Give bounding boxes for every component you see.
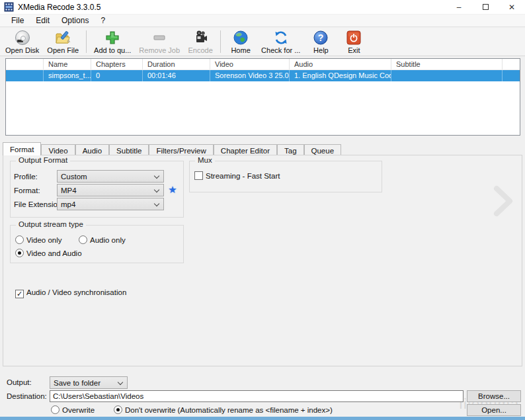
table-row[interactable]: simpsons_t... 0 00:01:46 Sorenson Video … xyxy=(6,70,520,81)
minimize-button[interactable]: – xyxy=(446,0,472,14)
cell-icon xyxy=(6,70,44,81)
app-icon xyxy=(4,2,14,12)
tab-filters-preview[interactable]: Filters/Preview xyxy=(149,144,213,155)
chevron-down-icon xyxy=(154,187,159,192)
menu-bar: File Edit Options ? xyxy=(0,15,525,27)
open-file-button[interactable]: Open File xyxy=(43,28,83,56)
column-header-audio[interactable]: Audio xyxy=(290,59,391,69)
av-sync-checkbox[interactable]: ✓Audio / Video synchronisation xyxy=(15,288,126,298)
cell-subtitle xyxy=(391,70,503,81)
tab-subtitle[interactable]: Subtitle xyxy=(109,144,149,155)
open-disk-button[interactable]: Open Disk xyxy=(1,28,43,56)
chevron-down-icon xyxy=(154,173,159,179)
radio-selected-icon xyxy=(114,405,122,414)
job-list-header: Name Chapters Duration Video Audio Subti… xyxy=(6,59,520,70)
column-header-icon[interactable] xyxy=(6,59,44,69)
format-select[interactable]: MP4 xyxy=(57,184,164,196)
toolbar-separator xyxy=(86,30,87,53)
window-bottom-accent xyxy=(0,417,525,420)
exit-button[interactable]: Exit xyxy=(337,28,370,56)
output-stream-type-legend: Output stream type xyxy=(16,220,86,228)
cell-audio: 1. English QDesign Music Codec 2 12... xyxy=(290,70,391,81)
tab-chapter-editor[interactable]: Chapter Editor xyxy=(214,144,277,155)
audio-only-radio[interactable]: Audio only xyxy=(79,235,126,244)
tab-format[interactable]: Format xyxy=(3,142,41,155)
overwrite-radio[interactable]: Overwrite xyxy=(51,405,95,414)
toolbar: Open Disk Open File Add to qu... xyxy=(0,28,525,56)
globe-icon xyxy=(232,29,249,46)
destination-input[interactable] xyxy=(50,390,464,402)
video-and-audio-radio[interactable]: Video and Audio xyxy=(15,249,82,257)
profile-select[interactable]: Custom xyxy=(57,170,164,183)
open-button[interactable]: Open... xyxy=(467,404,521,416)
column-header-chapters[interactable]: Chapters xyxy=(91,59,143,69)
toolbar-separator xyxy=(220,30,221,53)
output-mode-select[interactable]: Save to folder xyxy=(50,376,128,389)
column-header-video[interactable]: Video xyxy=(210,59,290,69)
open-folder-icon xyxy=(54,29,71,46)
disc-icon xyxy=(14,29,31,46)
output-stream-type-group: Output stream type xyxy=(10,225,184,263)
cell-chapters: 0 xyxy=(91,70,143,81)
column-header-subtitle[interactable]: Subtitle xyxy=(391,59,503,69)
close-icon: ✕ xyxy=(508,3,515,12)
tab-video[interactable]: Video xyxy=(41,144,75,155)
profile-label: Profile: xyxy=(14,173,38,181)
destination-label: Destination: xyxy=(7,392,47,400)
format-tab-page: Output Format Profile: Custom Format: MP… xyxy=(3,155,522,366)
radio-icon xyxy=(15,235,24,244)
output-format-legend: Output Format xyxy=(16,156,70,164)
add-to-queue-button[interactable]: Add to qu... xyxy=(90,28,135,56)
radio-selected-icon xyxy=(15,249,24,257)
check-for-updates-button[interactable]: Check for ... xyxy=(257,28,304,56)
movie-camera-icon xyxy=(192,29,209,46)
maximize-icon xyxy=(483,4,489,10)
column-header-name[interactable]: Name xyxy=(44,59,91,69)
checkbox-checked-icon: ✓ xyxy=(15,290,24,298)
cell-name: simpsons_t... xyxy=(44,70,91,81)
window-title: XMedia Recode 3.3.0.5 xyxy=(18,3,101,12)
home-button[interactable]: Home xyxy=(224,28,257,56)
menu-edit[interactable]: Edit xyxy=(30,15,56,26)
output-label: Output: xyxy=(7,378,32,386)
menu-file[interactable]: File xyxy=(5,15,30,26)
file-extension-select[interactable]: mp4 xyxy=(57,198,164,210)
radio-icon xyxy=(79,235,87,244)
chevron-down-icon xyxy=(154,201,159,206)
streaming-fast-start-checkbox[interactable]: Streaming - Fast Start xyxy=(194,171,280,180)
menu-help[interactable]: ? xyxy=(95,15,111,26)
remove-job-button[interactable]: Remove Job xyxy=(135,28,184,56)
favorite-star-icon[interactable]: ★ xyxy=(167,184,179,196)
dont-overwrite-radio[interactable]: Don't overwrite (Automatically rename as… xyxy=(114,405,333,414)
job-list: Name Chapters Duration Video Audio Subti… xyxy=(5,58,520,136)
carousel-next-chevron-icon xyxy=(493,185,514,218)
help-button[interactable]: ? Help xyxy=(304,28,337,56)
column-header-duration[interactable]: Duration xyxy=(143,59,210,69)
tab-tag[interactable]: Tag xyxy=(277,144,304,155)
help-icon: ? xyxy=(312,29,329,46)
close-button[interactable]: ✕ xyxy=(499,0,525,14)
add-plus-icon xyxy=(104,29,121,46)
menu-options[interactable]: Options xyxy=(56,15,95,26)
checkbox-unchecked-icon xyxy=(194,171,203,180)
cell-video: Sorenson Video 3 25.00 H... xyxy=(210,70,290,81)
remove-minus-icon xyxy=(151,29,168,46)
format-label: Format: xyxy=(14,187,40,194)
cell-duration: 00:01:46 xyxy=(143,70,210,81)
refresh-icon xyxy=(272,29,290,46)
title-bar: XMedia Recode 3.3.0.5 – ✕ xyxy=(0,0,525,15)
svg-text:?: ? xyxy=(318,32,324,43)
browse-button[interactable]: Browse... xyxy=(467,390,521,402)
chevron-down-icon xyxy=(118,380,123,385)
tab-queue[interactable]: Queue xyxy=(304,144,342,155)
tab-strip: Format Video Audio Subtitle Filters/Prev… xyxy=(3,142,341,155)
encode-button[interactable]: Encode xyxy=(184,28,217,56)
mux-legend: Mux xyxy=(195,156,215,164)
tab-audio[interactable]: Audio xyxy=(75,144,109,155)
minimize-icon: – xyxy=(457,3,462,12)
maximize-button[interactable] xyxy=(472,0,499,14)
power-icon xyxy=(345,29,362,46)
video-only-radio[interactable]: Video only xyxy=(15,235,62,244)
radio-icon xyxy=(51,405,60,414)
